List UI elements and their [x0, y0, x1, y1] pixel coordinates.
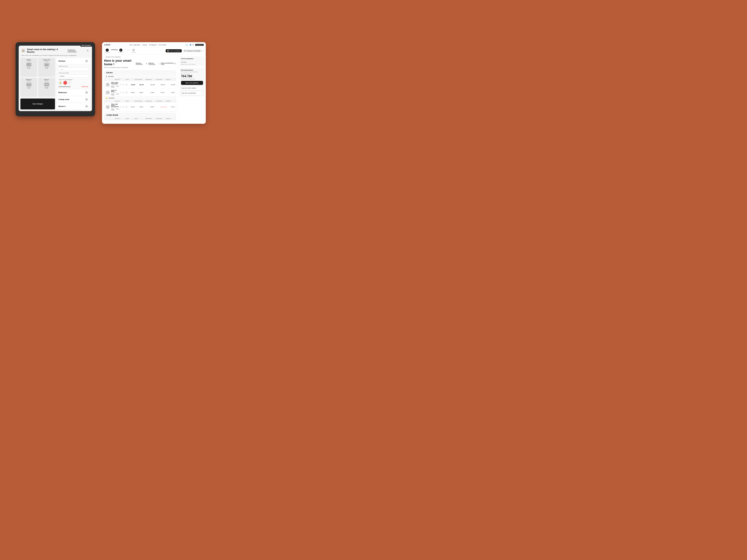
svg-rect-20: [107, 107, 108, 107]
info-icon[interactable]: ℹ: [203, 50, 204, 52]
equip-add-btn[interactable]: +: [68, 81, 71, 84]
thermostat-qty-val: 1: [123, 84, 125, 85]
room-dots-room4: [45, 87, 48, 88]
svg-rect-5: [46, 65, 47, 65]
room-panel-kitchen-header[interactable]: Kitchen +: [56, 58, 90, 64]
thermostat-favorite-link[interactable]: add to favorite: [111, 85, 114, 87]
room-panel-living-add-btn[interactable]: +: [85, 98, 88, 101]
export-row: export my configuration ⬇ Share my confi…: [136, 62, 176, 65]
room-name-bedroom: Bedroom: [26, 79, 31, 80]
col-leroy-l: Leroy Merlin: [134, 101, 145, 102]
dot: [47, 87, 48, 88]
thermostat-actions: add to favorite | delete: [111, 85, 119, 87]
steps-right: 🏠 Rooms visualization ⚙ Configuration co…: [166, 49, 204, 52]
dist-arrow-icon: —: [200, 92, 202, 94]
room-size-living: XX m²: [45, 61, 48, 62]
dot: [27, 87, 28, 88]
check-existing-devices-link[interactable]: I have existing devices: [58, 86, 71, 87]
buying-title: My buying options: [181, 69, 203, 71]
col-qty-lr: Quantity: [115, 118, 125, 119]
room-panel-room4-header[interactable]: Room 4 +: [56, 103, 90, 109]
step-pill-config[interactable]: ⚙ Configuration compatibility: [183, 49, 202, 52]
product-info-relay: Wiser Kit Relay Ref 123456 add to favori…: [111, 90, 119, 95]
room-card-living[interactable]: Living room XX m²: [38, 58, 55, 77]
surface-input[interactable]: [58, 68, 88, 71]
config-pill-label: Configuration compatibility: [186, 50, 200, 52]
save-changes-button[interactable]: Save changes: [20, 99, 55, 109]
room-dots-kitchen: [27, 68, 30, 69]
room-panel-bedroom: Bedroom +: [56, 89, 90, 96]
room-type-select[interactable]: Kitchen: [58, 75, 88, 78]
back-to-config-link[interactable]: Go back to configuration: [68, 49, 84, 52]
switch-favorite-link[interactable]: add to favorite: [111, 108, 114, 110]
thermostat-delete-link[interactable]: delete: [116, 85, 119, 87]
buy-distributor-button[interactable]: Buy from my distributor —: [181, 91, 203, 95]
cart-icon[interactable]: 🛒: [185, 44, 188, 46]
room-card-bedroom[interactable]: Bedroom XX m²: [20, 78, 37, 97]
user-menu[interactable]: 👤 P.N: [189, 44, 194, 46]
compat-info-icon[interactable]: ℹ: [194, 58, 194, 59]
thermostat-qty-plus[interactable]: +: [125, 83, 128, 86]
buy-retailers-button[interactable]: Buy from other retailers →: [181, 86, 203, 90]
col-amazon-l: Amazon: [166, 101, 175, 102]
relay-favorite-link[interactable]: add to favorite: [111, 93, 114, 95]
col-leroy: Leroy Merlin: [134, 79, 145, 80]
share-config-btn[interactable]: Share my configuration ⤴: [148, 62, 159, 65]
room-panels: Kitchen + SURFACE (M²) TYPE OF ROOM Kitc…: [56, 58, 90, 109]
back-to-config-link-main[interactable]: ← get back to the configuration: [104, 56, 176, 58]
step-1-label: Configuration: [104, 52, 110, 53]
col-amazon-lr: Amazon: [166, 118, 175, 119]
room-panel-kitchen-add-btn[interactable]: +: [85, 59, 88, 62]
svg-rect-6: [47, 65, 48, 65]
export-config-btn[interactable]: export my configuration ⬇: [136, 62, 147, 65]
nav-links: New configuration Catalog SH Magazine Fi…: [129, 44, 166, 46]
switch-delete-link[interactable]: delete: [116, 108, 119, 110]
step-pill-rooms[interactable]: 🏠 Rooms visualization: [166, 49, 182, 52]
nav-link-catalog[interactable]: Catalog: [142, 44, 147, 46]
room-size-room4: XX m²: [45, 81, 48, 82]
col-shc-lr: [SHC]: [126, 118, 134, 119]
room-icon-bedroom: [26, 82, 32, 87]
switch-qty-minus[interactable]: −: [120, 106, 122, 108]
buying-total-price: 764.78€: [181, 75, 203, 78]
nav-link-new-config[interactable]: New configuration: [129, 44, 140, 46]
steps-bar: 1 Configuration 2 Summary 3 Checkout: [102, 47, 206, 55]
relay-delete-link[interactable]: delete: [116, 93, 119, 95]
product-info-thermostat: Wiser Smart Thermostat Ref 123456 add to…: [111, 82, 119, 87]
buy-platform-button[interactable]: Buy on the platform: [181, 81, 203, 85]
dot: [27, 68, 28, 69]
thermostat-qty-minus[interactable]: −: [120, 83, 122, 86]
switch-leroy-price: 70.99€: [139, 106, 150, 107]
config-pill-icon: ⚙: [184, 50, 185, 52]
nav-link-magazine[interactable]: SH Magazine: [149, 44, 157, 46]
room-panel-living-header[interactable]: Living room +: [56, 96, 90, 103]
step-3: 3 Checkout: [131, 49, 135, 53]
relay-qty-minus[interactable]: −: [120, 91, 122, 94]
room-card-kitchen[interactable]: Kitchen XX m²: [20, 58, 37, 77]
house-icon: 🏠: [21, 49, 25, 53]
col-qty-l: Quantity: [115, 101, 125, 102]
switch-qty-plus[interactable]: +: [125, 106, 128, 108]
nav-link-installer[interactable]: Find installer: [159, 44, 166, 46]
relay-qty-plus[interactable]: +: [125, 91, 128, 94]
room-card-room4[interactable]: Room 4 XX m²: [38, 78, 55, 97]
delete-room-link[interactable]: Delete room: [82, 86, 88, 87]
right-sidebar: Overall compatibility ℹ 87/100 based on …: [178, 55, 206, 124]
dot: [29, 87, 30, 88]
product-info-switch: Wiser Light Switch Micromodule Ref 12345…: [111, 104, 119, 110]
col-leroy-lr: Leroy: [134, 118, 145, 119]
send-config-btn[interactable]: Send my configuration to retailer ➤: [161, 62, 176, 65]
close-button[interactable]: ×: [86, 49, 89, 52]
switch-casto-oos: Out of stock: [161, 106, 170, 107]
thermostat-name: Wiser Smart Thermostat: [111, 82, 119, 84]
room-panel-bedroom-header[interactable]: Bedroom +: [56, 89, 90, 96]
room-type-label: TYPE OF ROOM: [58, 73, 88, 74]
living-room-header: LIVING ROOM: [104, 113, 176, 117]
product-img-relay: [106, 90, 110, 95]
room-size-bedroom: XX m²: [27, 81, 30, 82]
compat-title-text: Overall compatibility: [181, 58, 193, 59]
kitchen-section-header: Kitchen: [104, 71, 176, 75]
product-img-switch: [106, 105, 110, 109]
room-panel-bedroom-add-btn[interactable]: +: [85, 91, 88, 94]
room-panel-room4-add-btn[interactable]: +: [85, 105, 88, 108]
